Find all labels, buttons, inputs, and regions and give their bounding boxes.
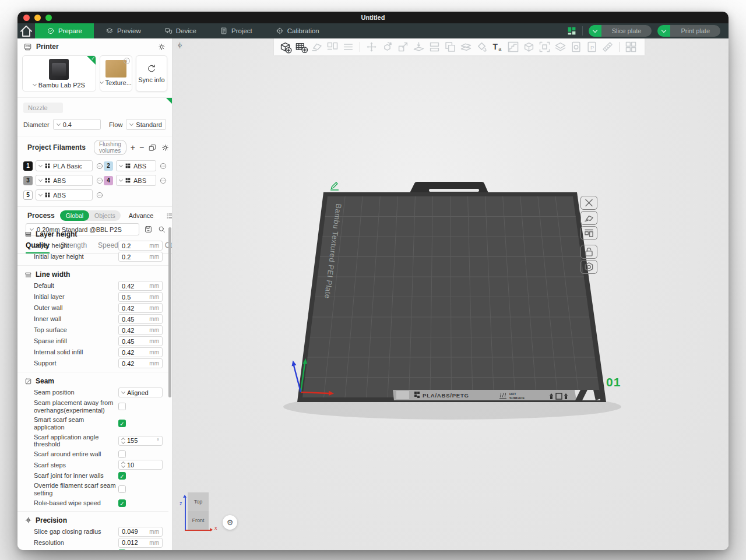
filament-select[interactable]: ABS bbox=[36, 175, 93, 186]
param-spinner[interactable]: 10 bbox=[118, 460, 163, 470]
parameter-list-icon[interactable] bbox=[166, 211, 173, 220]
orient-plate-icon[interactable] bbox=[580, 211, 597, 225]
arrange-plate-icon[interactable] bbox=[580, 226, 597, 240]
filament-color-badge[interactable]: 5 bbox=[23, 191, 33, 200]
param-input[interactable]: 0.42mm bbox=[118, 303, 163, 313]
filament-more-icon[interactable] bbox=[96, 177, 104, 185]
param-input[interactable]: 0.45mm bbox=[118, 336, 163, 346]
plate-info-icon[interactable]: i bbox=[124, 58, 130, 64]
diameter-select[interactable]: 0.4 bbox=[53, 119, 101, 130]
add-model-icon[interactable] bbox=[279, 40, 292, 54]
add-filament-button[interactable]: + bbox=[131, 143, 135, 152]
filament-select[interactable]: PLA Basic bbox=[36, 160, 93, 171]
nav-cube-top-face[interactable]: Top bbox=[188, 492, 209, 511]
filament-select[interactable]: ABS bbox=[116, 160, 156, 171]
param-input[interactable]: 0.42mm bbox=[118, 325, 163, 335]
assembly-icon[interactable] bbox=[624, 40, 638, 54]
printer-card[interactable]: ✓ Bambu Lab P2S bbox=[22, 55, 96, 91]
param-input[interactable]: 0.012mm bbox=[118, 538, 163, 548]
lay-on-face-icon[interactable] bbox=[459, 40, 473, 54]
remove-filament-button[interactable]: − bbox=[139, 143, 144, 152]
scale-to-fit-icon[interactable] bbox=[538, 40, 551, 54]
variable-layer-height-icon[interactable] bbox=[506, 40, 520, 54]
param-input[interactable]: 0.42mm bbox=[118, 358, 163, 368]
param-checkbox[interactable] bbox=[118, 403, 126, 410]
filament-more-icon[interactable] bbox=[159, 177, 167, 185]
navigation-cube[interactable]: Top Front z x bbox=[188, 492, 209, 530]
simplify-icon[interactable] bbox=[554, 40, 567, 54]
param-input[interactable]: 0.2mm bbox=[118, 252, 163, 262]
plate-list-icon[interactable] bbox=[567, 26, 576, 36]
slice-plate-button[interactable]: Slice plate bbox=[589, 25, 652, 37]
param-input[interactable]: 0.42mm bbox=[118, 347, 163, 357]
auto-orient-icon[interactable] bbox=[310, 40, 323, 54]
filament-color-badge[interactable]: 3 bbox=[23, 176, 33, 185]
filament-color-badge[interactable]: 4 bbox=[104, 176, 113, 185]
param-checkbox[interactable]: ✓ bbox=[118, 550, 126, 550]
filament-select[interactable]: ABS bbox=[36, 189, 93, 200]
param-input[interactable]: 0.2mm bbox=[118, 241, 163, 251]
flushing-volumes-button[interactable]: Flushing volumes bbox=[94, 140, 126, 155]
filament-more-icon[interactable] bbox=[96, 162, 104, 170]
scope-objects[interactable]: Objects bbox=[89, 212, 121, 219]
tab-device[interactable]: Device bbox=[153, 23, 208, 38]
move-icon[interactable] bbox=[365, 40, 378, 54]
nav-cube-front-face[interactable]: Front bbox=[188, 511, 209, 530]
param-checkbox[interactable]: ✓ bbox=[118, 499, 126, 507]
process-scope-toggle[interactable]: Global Objects bbox=[60, 210, 121, 221]
split-objects-icon[interactable] bbox=[342, 40, 355, 54]
print-plate-button[interactable]: Print plate bbox=[657, 25, 720, 37]
filament-color-badge[interactable]: 2 bbox=[104, 161, 113, 171]
filament-select[interactable]: ABS bbox=[116, 175, 156, 186]
printer-settings-gear-icon[interactable] bbox=[157, 42, 166, 51]
plate-type[interactable]: Texture... bbox=[105, 79, 132, 86]
slice-options-dropdown[interactable] bbox=[589, 25, 601, 37]
param-select[interactable]: Aligned bbox=[118, 388, 163, 397]
filament-more-icon[interactable] bbox=[159, 162, 167, 170]
add-plate-icon[interactable] bbox=[294, 40, 308, 54]
tab-prepare[interactable]: Prepare bbox=[35, 23, 94, 38]
param-input[interactable]: 0.42mm bbox=[118, 281, 163, 291]
param-spinner[interactable]: 155° bbox=[118, 436, 163, 446]
sidebar-scrollbar[interactable] bbox=[168, 227, 171, 397]
measure-icon[interactable] bbox=[601, 40, 614, 54]
text-icon[interactable]: Ta bbox=[491, 40, 504, 54]
plate-number[interactable]: 01 bbox=[606, 375, 621, 389]
flow-select[interactable]: Standard bbox=[126, 119, 166, 130]
scope-global[interactable]: Global bbox=[60, 210, 89, 221]
scale-icon[interactable] bbox=[396, 40, 410, 54]
view-settings-button[interactable]: ⚙ bbox=[223, 515, 237, 530]
plate-settings-icon[interactable] bbox=[580, 260, 597, 274]
tab-project[interactable]: Project bbox=[208, 23, 264, 38]
printer-model[interactable]: Bambu Lab P2S bbox=[38, 82, 85, 89]
close-plate-icon[interactable] bbox=[580, 196, 597, 210]
tab-preview[interactable]: Preview bbox=[94, 23, 153, 38]
print-options-dropdown[interactable] bbox=[657, 25, 670, 37]
sync-info-button[interactable]: Sync info bbox=[136, 55, 167, 91]
filament-more-icon[interactable] bbox=[96, 191, 104, 199]
param-checkbox[interactable]: ✓ bbox=[118, 420, 126, 427]
clone-icon[interactable] bbox=[444, 40, 457, 54]
build-plate-card[interactable]: i Texture... bbox=[100, 55, 132, 91]
edit-plate-name-icon[interactable] bbox=[329, 180, 340, 192]
param-checkbox[interactable] bbox=[118, 450, 126, 458]
viewport-3d[interactable]: ‹|› Bambu Textured PEI Plate bbox=[173, 38, 729, 550]
color-paint-icon[interactable] bbox=[475, 40, 488, 54]
tab-calibration[interactable]: Calibration bbox=[264, 23, 331, 38]
filament-color-badge[interactable]: 1 bbox=[23, 161, 33, 171]
param-input[interactable]: 0.049mm bbox=[118, 527, 163, 537]
param-input[interactable]: 0.45mm bbox=[118, 314, 163, 324]
mesh-boolean-icon[interactable] bbox=[522, 40, 536, 54]
param-checkbox[interactable]: ✓ bbox=[118, 472, 126, 480]
home-button[interactable] bbox=[17, 23, 35, 38]
parts-panel-icon[interactable]: P bbox=[585, 40, 599, 54]
cut-icon[interactable] bbox=[428, 40, 441, 54]
ams-sync-icon[interactable] bbox=[148, 143, 157, 152]
lock-plate-icon[interactable] bbox=[580, 245, 597, 259]
rotate-icon[interactable] bbox=[381, 40, 394, 54]
param-input[interactable]: 0.5mm bbox=[118, 292, 163, 302]
filament-settings-gear-icon[interactable] bbox=[161, 143, 170, 152]
objects-panel-icon[interactable] bbox=[569, 40, 583, 54]
arrange-icon[interactable] bbox=[326, 40, 339, 54]
flatten-icon[interactable] bbox=[412, 40, 425, 54]
